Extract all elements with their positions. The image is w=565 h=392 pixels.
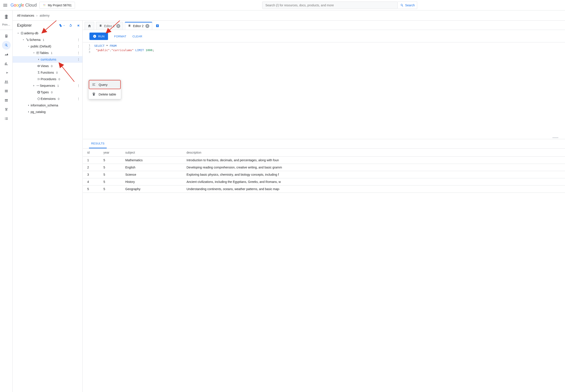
tree-node-schema-public[interactable]: public (Default) ⋮ [13, 43, 82, 50]
rail-monitoring-icon[interactable] [2, 50, 11, 59]
rail-insights-icon[interactable] [2, 59, 11, 68]
svg-rect-5 [5, 36, 7, 36]
context-delete-label: Delete table [99, 92, 116, 96]
tree-node-information-schema[interactable]: information_schema [13, 102, 82, 109]
rail-branch-icon[interactable] [2, 105, 11, 114]
svg-point-3 [44, 5, 45, 6]
svg-point-15 [38, 85, 38, 86]
context-query[interactable]: Query [88, 80, 121, 89]
chevron-right-icon: › [37, 14, 38, 17]
format-button[interactable]: FORMAT [114, 35, 126, 38]
tab-label: Editor 2 [133, 24, 144, 28]
svg-point-14 [37, 85, 37, 86]
more-icon[interactable]: ⋮ [76, 37, 81, 42]
editor-area: Editor 1 ✕ Editor 2 ✕ RUN [83, 21, 565, 392]
cell-description: Introduction to fractions, decimals, and… [183, 157, 565, 164]
sql-editor[interactable]: 1 2 3 SELECT * FROM "public"."curriculum… [83, 42, 565, 136]
product-name: Cloud [25, 3, 37, 8]
svg-rect-4 [5, 35, 7, 35]
tree-node-functions[interactable]: Σ Functions0 [13, 69, 82, 76]
database-icon [20, 31, 24, 35]
table-row[interactable]: 15MathematicsIntroduction to fractions, … [83, 157, 565, 164]
cell-id: 2 [83, 164, 100, 171]
explorer-collapse-icon[interactable] [76, 23, 80, 28]
menu-icon[interactable] [3, 3, 8, 8]
search-input[interactable] [265, 3, 395, 7]
cell-description: Ancient civilizations, including the Egy… [183, 178, 565, 185]
home-tab[interactable] [85, 22, 94, 30]
cell-subject: Geography [122, 185, 183, 193]
rail-backup-icon[interactable] [2, 96, 11, 105]
rail-tables-icon[interactable] [2, 87, 11, 96]
col-description[interactable]: description [183, 149, 565, 157]
service-icon[interactable] [0, 12, 13, 21]
tree-node-database[interactable]: aidemy-db [13, 30, 82, 37]
table-group-icon [36, 51, 40, 55]
more-icon[interactable]: ⋮ [76, 83, 81, 88]
cell-description: Developing reading comprehension, creati… [183, 164, 565, 171]
more-icon[interactable]: ⋮ [76, 50, 81, 56]
more-icon[interactable]: ⋮ [76, 44, 81, 49]
col-subject[interactable]: subject [122, 149, 183, 157]
schema-icon [25, 38, 29, 42]
results-resize-handle[interactable] [83, 136, 565, 139]
rail-query-icon[interactable] [2, 41, 11, 50]
context-delete[interactable]: Delete table [88, 89, 121, 99]
table-row[interactable]: 55GeographyUnderstanding continents, oce… [83, 185, 565, 193]
tree-node-schema[interactable]: Schema1 ⋮ [13, 37, 82, 43]
table-row[interactable]: 35ScienceExploring basic physics, chemis… [83, 171, 565, 178]
results-panel: RESULTS id year subject description 15Ma… [83, 139, 565, 193]
cell-subject: English [122, 164, 183, 171]
svg-point-13 [39, 66, 39, 66]
close-icon[interactable]: ✕ [145, 24, 149, 28]
google-cloud-logo[interactable]: Google Cloud [11, 3, 37, 8]
rail-import-icon[interactable] [2, 68, 11, 77]
tree-node-pg-catalog[interactable]: pg_catalog [13, 109, 82, 115]
close-icon[interactable]: ✕ [116, 24, 120, 28]
rail-users-icon[interactable] [2, 78, 11, 86]
search-button[interactable]: Search [398, 1, 417, 9]
project-selector[interactable]: My Project 58761 [39, 2, 75, 9]
svg-rect-11 [28, 41, 29, 41]
explorer-refresh-icon[interactable] [68, 23, 73, 28]
tree-node-views[interactable]: Views0 [13, 63, 82, 69]
results-tab[interactable]: RESULTS [89, 139, 107, 148]
functions-icon: Σ [37, 70, 41, 74]
cell-id: 1 [83, 157, 100, 164]
search-bar[interactable] [262, 1, 398, 9]
code-content[interactable]: SELECT * FROM "public"."curriculums" LIM… [83, 42, 565, 136]
sequences-icon [36, 84, 40, 88]
more-icon[interactable]: ⋮ [76, 96, 81, 101]
tab-editor-1[interactable]: Editor 1 ✕ [96, 22, 123, 30]
tree-node-table-curriculums[interactable]: curriculums ⋮ [13, 56, 82, 63]
clear-button[interactable]: CLEAR [132, 35, 142, 38]
tree-node-types[interactable]: Types0 [13, 89, 82, 96]
explorer-user-settings-icon[interactable] [58, 23, 65, 28]
rail-list-icon[interactable] [2, 114, 11, 123]
tab-label: Editor 1 [104, 24, 115, 28]
breadcrumb-root[interactable]: All instances [17, 14, 34, 17]
context-menu: Query Delete table [88, 80, 121, 99]
table-row[interactable]: 45HistoryAncient civilizations, includin… [83, 178, 565, 185]
rail-overview-icon[interactable] [2, 32, 11, 41]
col-id[interactable]: id [83, 149, 100, 157]
explorer-panel: Explorer [13, 21, 83, 392]
more-icon[interactable]: ⋮ [76, 57, 81, 62]
col-year[interactable]: year [100, 149, 122, 157]
types-icon [37, 90, 41, 94]
tree-node-extensions[interactable]: Extensions0 ⋮ [13, 96, 82, 102]
cell-id: 4 [83, 178, 100, 185]
tree-node-tables[interactable]: Tables1 ⋮ [13, 50, 82, 56]
table-row[interactable]: 25EnglishDeveloping reading comprehensio… [83, 164, 565, 171]
cell-id: 3 [83, 171, 100, 178]
tab-editor-2[interactable]: Editor 2 ✕ [125, 22, 152, 30]
tree-node-sequences[interactable]: Sequences1 ⋮ [13, 82, 82, 89]
extensions-icon [37, 97, 41, 101]
cell-year: 5 [100, 157, 122, 164]
svg-point-2 [43, 5, 44, 6]
cell-year: 5 [100, 164, 122, 171]
tree-node-procedures[interactable]: Procedures0 [13, 76, 82, 82]
add-tab-icon[interactable] [155, 23, 160, 28]
results-table: id year subject description 15Mathematic… [83, 148, 565, 193]
run-button[interactable]: RUN [89, 33, 108, 40]
